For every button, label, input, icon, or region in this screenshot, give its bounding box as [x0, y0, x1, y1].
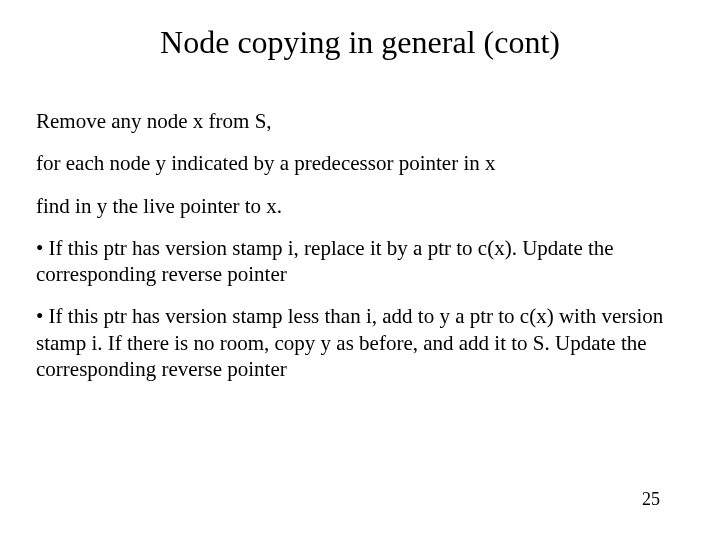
body-bullet: • If this ptr has version stamp less tha…: [36, 303, 684, 382]
slide-title: Node copying in general (cont): [0, 24, 720, 61]
body-line: find in y the live pointer to x.: [36, 193, 684, 219]
page-number: 25: [642, 489, 660, 510]
body-line: Remove any node x from S,: [36, 108, 684, 134]
body-line: for each node y indicated by a predecess…: [36, 150, 684, 176]
body-bullet: • If this ptr has version stamp i, repla…: [36, 235, 684, 288]
slide-body: Remove any node x from S, for each node …: [36, 108, 684, 398]
slide: Node copying in general (cont) Remove an…: [0, 0, 720, 540]
